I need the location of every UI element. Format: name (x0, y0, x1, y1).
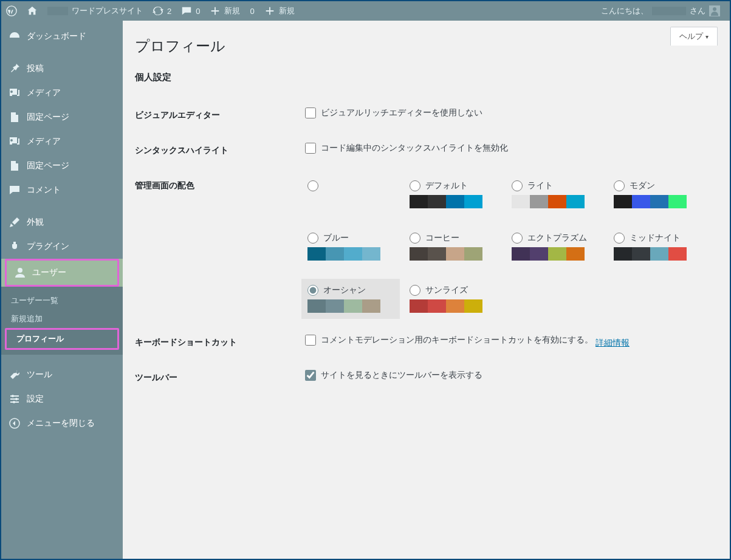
color-scheme-ectoplasm[interactable]: エクトプラズム (509, 230, 600, 263)
sidebar-item-label: メディア (27, 136, 61, 147)
pin-icon (9, 63, 21, 75)
color-swatches (614, 247, 687, 261)
row-toolbar: ツールバー サイトを見るときにツールバーを表示する (135, 360, 718, 395)
sidebar-item-comments[interactable]: コメント (1, 178, 123, 202)
username-redacted (652, 7, 686, 15)
color-scheme-blue[interactable]: ブルー (305, 230, 396, 263)
color-swatches (410, 247, 482, 261)
wordpress-icon (6, 5, 17, 16)
sidebar-item-media[interactable]: メディア (1, 81, 123, 105)
color-scheme-light[interactable]: ライト (509, 178, 600, 211)
new-content[interactable]: 新規 (205, 1, 245, 21)
sidebar-item-pages[interactable]: 固定ページ (1, 105, 123, 129)
chevron-down-icon: ▾ (705, 33, 709, 40)
color-scheme-placeholder[interactable] (305, 178, 396, 211)
sidebar-item-plugins[interactable]: プラグイン (1, 234, 123, 259)
color-scheme-radio-modern[interactable] (614, 180, 625, 191)
site-home[interactable] (22, 1, 43, 21)
sidebar-item-pages2[interactable]: 固定ページ (1, 154, 123, 178)
color-scheme-modern[interactable]: モダン (611, 178, 702, 211)
my-account[interactable]: こんにちは、 さん (596, 1, 725, 21)
home-icon (27, 5, 38, 16)
syntax-label[interactable]: コード編集中のシンタックスハイライトを無効化 (305, 143, 508, 154)
sidebar-subitem-profile[interactable]: プロフィール (7, 330, 117, 348)
color-scheme-label: ライト (527, 180, 553, 191)
sidebar-item-label: 投稿 (27, 63, 44, 74)
color-scheme-radio-blue[interactable] (307, 233, 318, 244)
color-scheme-radio-ectoplasm[interactable] (512, 233, 523, 244)
plus-icon (210, 5, 221, 16)
color-swatches (410, 299, 482, 313)
site-name[interactable]: ワードプレスサイト (43, 1, 148, 21)
color-swatches (512, 247, 585, 261)
keyboard-checkbox[interactable] (305, 335, 316, 346)
color-scheme-radio-default[interactable] (410, 180, 420, 191)
wp-logo[interactable] (1, 1, 22, 21)
sidebar-item-label: 固定ページ (27, 112, 69, 123)
sidebar-item-appearance[interactable]: 外観 (1, 210, 123, 234)
sidebar-item-collapse[interactable]: メニューを閉じる (1, 411, 123, 435)
new-content-2[interactable]: 新規 (259, 1, 300, 21)
row-syntax-highlight: シンタックスハイライト コード編集中のシンタックスハイライトを無効化 (135, 133, 718, 168)
svg-point-1 (18, 268, 22, 273)
color-scheme-radio-light[interactable] (512, 180, 523, 191)
row-color-scheme: 管理画面の配色 デフォルトライトモダンブルーコーヒーエクトプラズムミッドナイトオ… (135, 168, 718, 325)
sidebar-item-dashboard[interactable]: ダッシュボード (1, 24, 123, 49)
media-icon (9, 87, 21, 99)
th-syntax: シンタックスハイライト (135, 133, 299, 168)
profile-form-table: ビジュアルエディター ビジュアルリッチエディターを使用しない シンタックスハイラ… (135, 98, 718, 395)
page-icon (9, 111, 21, 123)
media-icon (9, 135, 21, 148)
visual-editor-label[interactable]: ビジュアルリッチエディターを使用しない (305, 108, 482, 118)
wrench-icon (9, 369, 21, 381)
plus-icon (264, 5, 275, 16)
toolbar-label[interactable]: サイトを見るときにツールバーを表示する (305, 370, 482, 381)
color-scheme-sunrise[interactable]: サンライズ (407, 282, 498, 315)
comments-bubble[interactable]: 0 (176, 1, 205, 21)
page-title: プロフィール (135, 21, 718, 67)
color-scheme-radio-coffee[interactable] (410, 233, 420, 244)
updates[interactable]: 2 (148, 1, 176, 21)
sidebar-item-users[interactable]: ユーザー (7, 261, 117, 285)
sidebar-subitem-add-new[interactable]: 新規追加 (1, 310, 123, 328)
comment-icon (9, 184, 21, 196)
color-scheme-radio-sunrise[interactable] (410, 285, 420, 296)
color-scheme-default[interactable]: デフォルト (407, 178, 498, 211)
sidebar-item-label: ダッシュボード (27, 31, 86, 42)
plug-icon (9, 241, 21, 253)
color-scheme-radio-placeholder[interactable] (307, 180, 318, 191)
color-scheme-picker: デフォルトライトモダンブルーコーヒーエクトプラズムミッドナイトオーシャンサンライ… (305, 178, 712, 315)
help-tab[interactable]: ヘルプ▾ (670, 27, 718, 46)
svg-point-0 (7, 6, 16, 16)
sidebar-item-tools[interactable]: ツール (1, 363, 123, 387)
color-scheme-ocean[interactable]: オーシャン (301, 279, 400, 319)
new-label-2: 新規 (279, 5, 295, 16)
sidebar-item-media2[interactable]: メディア (1, 129, 123, 154)
color-scheme-radio-midnight[interactable] (614, 233, 625, 244)
th-visual-editor: ビジュアルエディター (135, 98, 299, 133)
sidebar-subitem-all-users[interactable]: ユーザー一覧 (1, 292, 123, 310)
sliders-icon (9, 393, 21, 405)
sidebar-item-posts[interactable]: 投稿 (1, 56, 123, 81)
greeting-suffix: さん (690, 5, 705, 16)
sidebar-item-label: 設定 (27, 394, 44, 405)
color-scheme-label: ミッドナイト (630, 233, 681, 244)
keyboard-more-info-link[interactable]: 詳細情報 (595, 338, 630, 347)
color-scheme-coffee[interactable]: コーヒー (407, 230, 498, 263)
avatar-icon (709, 5, 720, 16)
site-name-redacted (47, 7, 68, 15)
keyboard-label[interactable]: コメントモデレーション用のキーボードショートカットを有効にする。 (305, 335, 593, 346)
syntax-checkbox[interactable] (305, 143, 316, 154)
extra-count[interactable]: 0 (245, 1, 259, 21)
user-icon (14, 267, 26, 279)
toolbar-checkbox[interactable] (305, 370, 316, 381)
color-scheme-radio-ocean[interactable] (307, 285, 318, 296)
color-scheme-midnight[interactable]: ミッドナイト (611, 230, 702, 263)
color-scheme-label: エクトプラズム (527, 233, 587, 244)
collapse-icon (9, 417, 21, 429)
row-keyboard-shortcuts: キーボードショートカット コメントモデレーション用のキーボードショートカットを有… (135, 325, 718, 360)
sidebar-item-label: 外観 (27, 217, 44, 228)
visual-editor-checkbox[interactable] (305, 108, 316, 118)
sidebar-item-settings[interactable]: 設定 (1, 387, 123, 411)
color-scheme-label: モダン (630, 180, 655, 191)
